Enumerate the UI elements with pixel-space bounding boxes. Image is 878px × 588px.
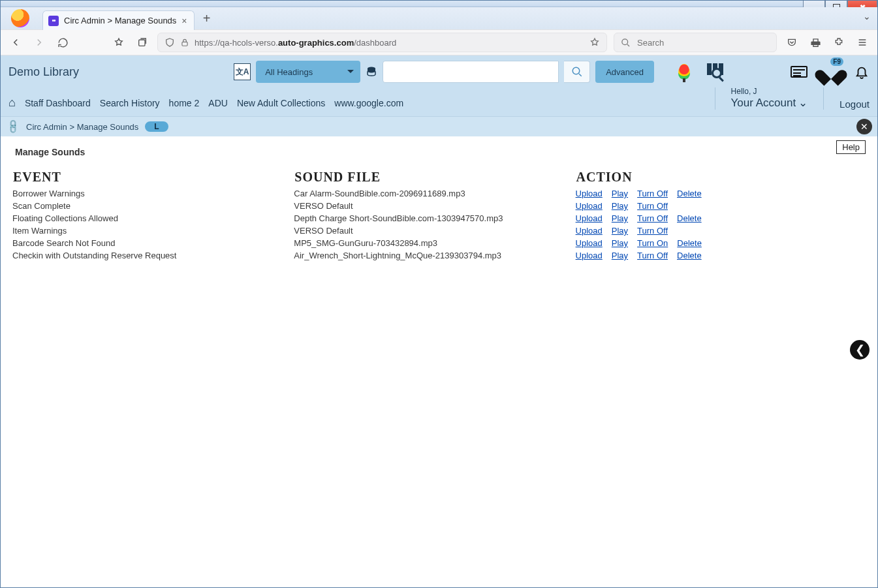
lock-icon <box>180 38 189 47</box>
tab-overflow-icon[interactable] <box>134 34 151 51</box>
logout-link[interactable]: Logout <box>839 99 870 110</box>
browser-search-bar[interactable] <box>614 33 777 52</box>
browser-toolbar: https://qa-hcols-verso.auto-graphics.com… <box>1 29 877 55</box>
catalog-browse-icon[interactable] <box>706 63 725 81</box>
link-icon: 🔗 <box>5 118 22 135</box>
nav-link[interactable]: Staff Dashboard <box>25 98 91 108</box>
sound-cell: VERSO Default <box>294 224 575 237</box>
nav-link[interactable]: home 2 <box>169 98 200 108</box>
shield-icon <box>165 37 175 48</box>
delete-link[interactable]: Delete <box>677 251 702 260</box>
svg-point-2 <box>622 39 628 44</box>
card-icon[interactable] <box>790 63 808 81</box>
back-button[interactable] <box>7 34 24 51</box>
window-titlebar <box>1 1 877 7</box>
play-link[interactable]: Play <box>612 201 628 211</box>
nav-link[interactable]: New Adult Collections <box>237 98 325 108</box>
breadcrumb-bar: 🔗 Circ Admin > Manage Sounds L ✕ <box>1 117 877 136</box>
col-sound: SOUND FILE <box>294 169 575 187</box>
upload-link[interactable]: Upload <box>576 251 603 260</box>
action-cell: UploadPlayTurn OffDelete <box>576 249 866 262</box>
url-text: https://qa-hcols-verso.auto-graphics.com… <box>195 38 584 48</box>
table-row: Item WarningsVERSO DefaultUploadPlayTurn… <box>12 224 866 237</box>
pocket-icon[interactable] <box>783 34 800 51</box>
your-account-menu[interactable]: Your Account⌄ <box>731 96 808 110</box>
event-cell: Item Warnings <box>12 224 294 237</box>
nav-link[interactable]: ADU <box>208 98 228 108</box>
notifications-bell-icon[interactable] <box>853 63 871 81</box>
browser-tab[interactable]: Circ Admin > Manage Sounds × <box>42 10 195 30</box>
play-link[interactable]: Play <box>612 213 628 223</box>
upload-link[interactable]: Upload <box>576 238 603 248</box>
play-link[interactable]: Play <box>612 251 628 260</box>
toggle-link[interactable]: Turn Off <box>637 251 668 260</box>
firefox-icon <box>11 9 29 27</box>
tabs-dropdown-icon[interactable]: ⌄ <box>863 11 871 22</box>
upload-link[interactable]: Upload <box>576 226 603 236</box>
advanced-search-button[interactable]: Advanced <box>595 61 654 83</box>
upload-link[interactable]: Upload <box>576 201 603 211</box>
upload-link[interactable]: Upload <box>576 213 603 223</box>
breadcrumb-close-icon[interactable]: ✕ <box>856 119 872 134</box>
home-icon[interactable]: ⌂ <box>8 96 16 110</box>
catalog-search-input[interactable] <box>383 61 559 83</box>
browser-search-input[interactable] <box>636 37 770 48</box>
toggle-link[interactable]: Turn Off <box>637 226 668 236</box>
help-button[interactable]: Help <box>836 140 866 154</box>
brand-title: Demo Library <box>7 65 79 79</box>
event-cell: Barcode Search Not Found <box>12 237 294 249</box>
url-bar[interactable]: https://qa-hcols-verso.auto-graphics.com… <box>157 33 607 52</box>
play-link[interactable]: Play <box>612 238 628 248</box>
toggle-link[interactable]: Turn Off <box>637 201 668 211</box>
bookmark-star-icon[interactable] <box>110 34 127 51</box>
breadcrumb-pill[interactable]: L <box>145 121 168 132</box>
chevron-down-icon: ⌄ <box>798 96 807 110</box>
delete-link[interactable]: Delete <box>677 213 702 223</box>
event-cell: Scan Complete <box>12 200 294 212</box>
toggle-link[interactable]: Turn On <box>637 238 668 248</box>
balloon-icon[interactable] <box>675 63 693 81</box>
heading-select-label: All Headings <box>265 67 313 77</box>
action-cell: UploadPlayTurn Off <box>576 200 866 212</box>
action-cell: UploadPlayTurn OnDelete <box>576 237 866 249</box>
toggle-link[interactable]: Turn Off <box>637 189 668 198</box>
upload-link[interactable]: Upload <box>576 189 603 198</box>
favorites-heart-icon[interactable]: F9 <box>821 63 839 81</box>
bookmark-page-icon[interactable] <box>589 37 600 48</box>
action-cell: UploadPlayTurn OffDelete <box>576 187 866 200</box>
page-content: Manage Sounds Help EVENT SOUND FILE ACTI… <box>1 136 877 268</box>
page-title: Manage Sounds <box>15 147 866 157</box>
print-icon[interactable] <box>807 34 824 51</box>
nav-links: ⌂ Staff Dashboard Search History home 2 … <box>8 96 403 110</box>
hello-text: Hello, J <box>731 87 808 96</box>
nav-link[interactable]: www.google.com <box>334 98 403 108</box>
table-row: Floating Collections AllowedDepth Charge… <box>12 212 866 224</box>
catalog-search-button[interactable] <box>564 61 590 83</box>
side-panel-toggle-icon[interactable]: ❮ <box>850 340 870 360</box>
col-action: ACTION <box>576 169 866 187</box>
sound-cell: VERSO Default <box>294 200 575 212</box>
table-row: Barcode Search Not FoundMP5_SMG-GunGuru-… <box>12 237 866 249</box>
extensions-icon[interactable] <box>830 34 847 51</box>
new-tab-button[interactable]: + <box>198 10 215 27</box>
forward-button[interactable] <box>31 34 48 51</box>
nav-link[interactable]: Search History <box>100 98 160 108</box>
event-cell: Borrower Warnings <box>12 187 294 200</box>
language-icon[interactable]: 文A <box>234 63 251 80</box>
svg-rect-1 <box>182 42 187 46</box>
tab-title: Circ Admin > Manage Sounds <box>64 16 176 25</box>
play-link[interactable]: Play <box>612 226 628 236</box>
delete-link[interactable]: Delete <box>677 189 702 198</box>
delete-link[interactable]: Delete <box>677 238 702 248</box>
sound-cell: Depth Charge Short-SoundBible.com-130394… <box>294 212 575 224</box>
sound-cell: Car Alarm-SoundBible.com-2096911689.mp3 <box>294 187 575 200</box>
toggle-link[interactable]: Turn Off <box>637 213 668 223</box>
heading-select[interactable]: All Headings <box>256 61 360 83</box>
play-link[interactable]: Play <box>612 189 628 198</box>
database-icon[interactable] <box>366 66 377 78</box>
sounds-table: EVENT SOUND FILE ACTION Borrower Warning… <box>12 169 866 262</box>
tab-close-icon[interactable]: × <box>181 16 187 26</box>
table-row: Checkin with Outstanding Reserve Request… <box>12 249 866 262</box>
menu-icon[interactable] <box>854 34 871 51</box>
reload-button[interactable] <box>54 34 71 51</box>
